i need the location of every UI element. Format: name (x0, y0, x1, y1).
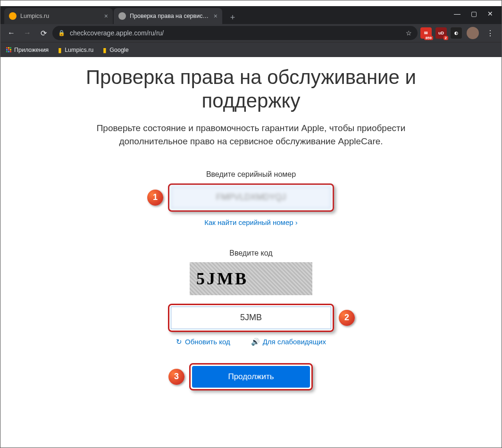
code-input[interactable] (171, 307, 331, 329)
captcha-image: 5JMB (190, 262, 312, 295)
profile-avatar[interactable] (467, 27, 479, 39)
annotation-marker-3: 3 (168, 369, 184, 385)
audio-icon: 🔊 (251, 338, 260, 346)
annotation-marker-1: 1 (147, 190, 163, 206)
address-bar[interactable]: 🔒 checkcoverage.apple.com/ru/ru/ ☆ (52, 26, 418, 40)
extension-badge: 2 (443, 36, 448, 40)
extension-label: uD (438, 31, 444, 35)
continue-group: 3 Продолжить (189, 363, 313, 390)
close-icon[interactable]: ✕ (487, 10, 493, 17)
tab-apple-coverage[interactable]: Проверка права на сервисное о × (114, 8, 222, 24)
window-titlebar (0, 0, 502, 6)
forward-button[interactable]: → (20, 26, 34, 40)
bookmark-label: Lumpics.ru (65, 47, 93, 53)
bookmark-label: Google (109, 47, 128, 53)
page-viewport: Проверка права на обслуживание и поддерж… (0, 57, 502, 448)
refresh-icon: ↻ (176, 338, 182, 346)
code-label: Введите код (76, 249, 426, 257)
serial-label: Введите серийный номер (76, 170, 426, 179)
bookmark-star-icon[interactable]: ☆ (406, 29, 412, 37)
close-icon[interactable]: × (214, 12, 218, 20)
extension-dark[interactable]: ◐ (451, 27, 462, 39)
favicon-icon (9, 12, 17, 20)
page-content: Проверка права на обслуживание и поддерж… (67, 57, 435, 409)
tab-label: Проверка права на сервисное о (130, 13, 210, 19)
continue-button[interactable]: Продолжить (192, 366, 310, 388)
back-button[interactable]: ← (4, 26, 18, 40)
refresh-captcha-link[interactable]: ↻ Обновить код (176, 338, 230, 346)
close-icon[interactable]: × (104, 12, 108, 20)
folder-icon: ▮ (58, 46, 62, 54)
extension-badge: 859 (424, 36, 433, 40)
annotation-highlight (168, 183, 334, 212)
serial-input-group: 1 (168, 183, 334, 212)
captcha-section: Введите код 5JMB 2 ↻ Обновить код 🔊 Для … (76, 249, 426, 346)
lock-icon: 🔒 (58, 30, 65, 36)
audio-captcha-link[interactable]: 🔊 Для слабовидящих (251, 338, 326, 346)
annotation-highlight (168, 304, 334, 332)
url-text: checkcoverage.apple.com/ru/ru/ (70, 29, 164, 37)
new-tab-button[interactable]: + (226, 11, 239, 24)
maximize-icon[interactable]: ▢ (471, 10, 477, 17)
tab-label: Lumpics.ru (20, 13, 100, 19)
apps-grid-icon (6, 47, 11, 52)
toolbar: ← → ⟳ 🔒 checkcoverage.apple.com/ru/ru/ ☆… (0, 24, 502, 42)
page-subtitle: Проверьте состояние и правомочность гара… (76, 122, 426, 149)
apps-label: Приложения (14, 47, 49, 53)
extension-gmail[interactable]: ✉ 859 (420, 27, 432, 39)
reload-button[interactable]: ⟳ (36, 26, 50, 40)
page-title: Проверка права на обслуживание и поддерж… (76, 66, 426, 113)
apps-button[interactable]: Приложения (6, 47, 49, 53)
bookmark-google[interactable]: ▮ Google (103, 46, 128, 54)
extension-label: ◐ (454, 31, 458, 35)
minimize-icon[interactable]: — (454, 10, 460, 17)
browser-chrome: Lumpics.ru × Проверка права на сервисное… (0, 6, 502, 57)
tab-lumpics[interactable]: Lumpics.ru × (4, 8, 113, 24)
favicon-icon (118, 12, 126, 20)
audio-label: Для слабовидящих (263, 338, 326, 346)
annotation-marker-2: 2 (339, 310, 355, 326)
menu-button[interactable]: ⋮ (483, 29, 498, 38)
extension-ublock[interactable]: uD 2 (435, 27, 447, 39)
annotation-highlight: Продолжить (189, 363, 313, 390)
extension-label: ✉ (424, 31, 428, 35)
serial-input[interactable] (171, 186, 331, 209)
tab-strip: Lumpics.ru × Проверка права на сервисное… (0, 6, 502, 24)
bookmarks-bar: Приложения ▮ Lumpics.ru ▮ Google (0, 42, 502, 57)
captcha-actions: ↻ Обновить код 🔊 Для слабовидящих (76, 338, 426, 346)
folder-icon: ▮ (103, 46, 107, 54)
bookmark-lumpics[interactable]: ▮ Lumpics.ru (58, 46, 93, 54)
code-input-group: 2 (168, 304, 334, 332)
serial-help-link[interactable]: Как найти серийный номер › (204, 218, 298, 226)
window-controls: — ▢ ✕ (454, 6, 500, 17)
refresh-label: Обновить код (185, 338, 230, 346)
